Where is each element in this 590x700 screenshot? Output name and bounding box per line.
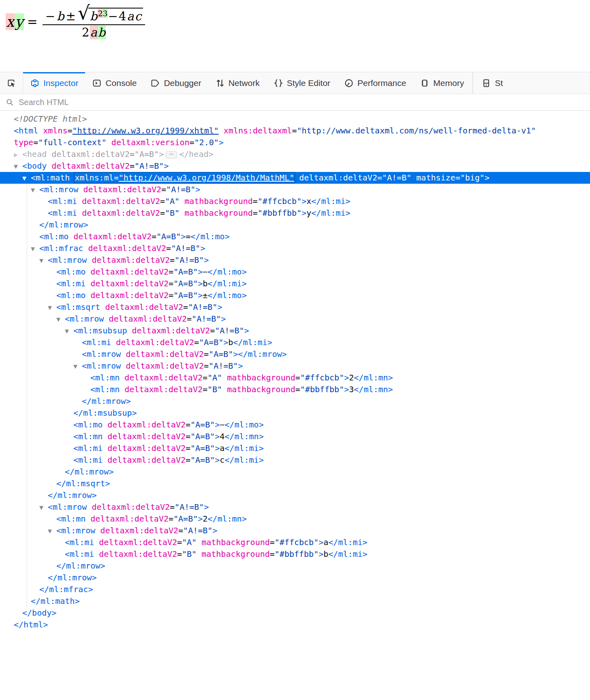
markup-view: <!DOCTYPE html><html xmlns="http://www.w… bbox=[0, 111, 590, 631]
formula-denominator: 2ab bbox=[81, 25, 106, 39]
markup-row-ml:mn[interactable]: <ml:mn deltaxml:deltaV2="A=B">2</ml:mn> bbox=[0, 513, 590, 525]
markup-row-doctype[interactable]: <!DOCTYPE html> bbox=[0, 113, 590, 125]
devtools-toolbar: InspectorConsoleDebuggerNetworkStyle Edi… bbox=[0, 72, 590, 94]
expand-arrow-icon[interactable]: ▼ bbox=[73, 361, 82, 372]
markup-row-ml:mrow[interactable]: </ml:mrow> bbox=[0, 572, 590, 584]
markup-row-ml:msqrt[interactable]: ▼<ml:msqrt deltaxml:deltaV2="A!=B"> bbox=[0, 301, 590, 313]
tab-label: Inspector bbox=[43, 78, 78, 88]
tab-label: Debugger bbox=[164, 78, 201, 88]
expand-arrow-icon[interactable]: ▼ bbox=[56, 313, 65, 325]
tab-storage[interactable]: St bbox=[475, 72, 510, 94]
markup-row-ml:mi[interactable]: <ml:mi deltaxml:deltaV2="B" mathbackgrou… bbox=[0, 548, 590, 560]
markup-row-ml:mi[interactable]: <ml:mi deltaxml:deltaV2="A=B">c</ml:mi> bbox=[0, 454, 590, 466]
markup-row-ml:mrow[interactable]: ▼<ml:mrow deltaxml:deltaV2="A!=B"> bbox=[0, 360, 590, 372]
markup-row-ml:msqrt[interactable]: </ml:msqrt> bbox=[0, 478, 590, 490]
formula-token: ± bbox=[66, 9, 76, 23]
markup-row-doctype[interactable]: type="full-context" deltaxml:version="2.… bbox=[0, 137, 590, 148]
storage-icon bbox=[481, 78, 491, 88]
formula-token: − bbox=[108, 9, 118, 23]
expand-arrow-icon[interactable]: ▼ bbox=[31, 243, 39, 255]
markup-row-ml:mn[interactable]: <ml:mn deltaxml:deltaV2="B" mathbackgrou… bbox=[0, 384, 590, 395]
formula-lhs: xy bbox=[6, 13, 24, 30]
expand-arrow-icon[interactable]: ▼ bbox=[48, 302, 56, 313]
formula-token: a bbox=[90, 26, 98, 39]
markup-row-ml:msubsup[interactable]: ▼<ml:msubsup deltaxml:deltaV2="A!=B"> bbox=[0, 325, 590, 337]
markup-row-ml:mrow[interactable]: </ml:mrow> bbox=[0, 560, 590, 572]
formula-superscript: 23 bbox=[98, 9, 107, 18]
tab-debugger[interactable]: Debugger bbox=[143, 72, 208, 94]
markup-row-ml:mrow[interactable]: </ml:mrow> bbox=[0, 466, 590, 478]
expand-arrow-icon[interactable]: ▼ bbox=[31, 184, 39, 196]
markup-rows: <!DOCTYPE html><html xmlns="http://www.w… bbox=[0, 113, 590, 631]
markup-row-html[interactable]: <html xmlns="http://www.w3.org/1999/xhtm… bbox=[0, 125, 590, 137]
markup-row-ml:math[interactable]: ▼<ml:math xmlns:ml="http://www.w3.org/19… bbox=[0, 172, 590, 184]
formula-numerator: −b±√b23−4ac bbox=[43, 4, 145, 25]
markup-row-ml:mi[interactable]: <ml:mi deltaxml:deltaV2="A" mathbackgrou… bbox=[0, 195, 590, 207]
tab-separator bbox=[472, 72, 473, 94]
tab-network[interactable]: Network bbox=[208, 72, 267, 94]
search-input[interactable] bbox=[18, 97, 585, 107]
tab-label: Style Editor bbox=[287, 78, 330, 88]
node-picker-button[interactable] bbox=[0, 72, 23, 94]
markup-row-ml:mrow[interactable]: ▼<ml:mrow deltaxml:deltaV2="A!=B"> bbox=[0, 184, 590, 195]
network-icon bbox=[215, 78, 225, 88]
markup-row-ml:mi[interactable]: <ml:mi deltaxml:deltaV2="A=B">b</ml:mi> bbox=[0, 278, 590, 290]
formula-radicand: b23−4ac bbox=[88, 8, 143, 23]
markup-row-ml:mo[interactable]: <ml:mo deltaxml:deltaV2="A=B">=</ml:mo> bbox=[0, 231, 590, 243]
markup-row-ml:mrow[interactable]: ▼<ml:mrow deltaxml:deltaV2="A!=B"> bbox=[0, 525, 590, 537]
tab-console[interactable]: Console bbox=[85, 72, 143, 94]
expand-arrow-icon[interactable]: ▼ bbox=[48, 525, 56, 537]
expand-arrow-icon[interactable]: ▼ bbox=[14, 161, 22, 172]
markup-row-ml:mrow[interactable]: ▼<ml:mrow deltaxml:deltaV2="A!=B"> bbox=[0, 254, 590, 266]
markup-row-ml:math[interactable]: </ml:math> bbox=[0, 595, 590, 607]
highlighted-attribute: xmlns:ml="http://www.w3.org/1998/Math/Ma… bbox=[75, 173, 294, 183]
markup-row-ml:mn[interactable]: <ml:mn deltaxml:deltaV2="A=B">4</ml:mn> bbox=[0, 431, 590, 442]
expand-arrow-icon[interactable]: ▼ bbox=[39, 502, 48, 513]
markup-row-ml:mrow[interactable]: </ml:mrow> bbox=[0, 490, 590, 501]
formula-token: y bbox=[15, 13, 24, 30]
performance-icon bbox=[344, 78, 354, 88]
markup-row-ml:mrow[interactable]: </ml:mrow> bbox=[0, 219, 590, 231]
tab-inspector[interactable]: Inspector bbox=[23, 72, 85, 94]
tab-memory[interactable]: Memory bbox=[413, 72, 471, 94]
markup-row-ml:mo[interactable]: <ml:mo deltaxml:deltaV2="A=B">−</ml:mo> bbox=[0, 419, 590, 431]
tab-label: St bbox=[495, 78, 503, 88]
formula-sqrt: √b23−4ac bbox=[78, 4, 143, 23]
formula-token: a bbox=[126, 9, 134, 23]
markup-row-ml:msubsup[interactable]: </ml:msubsup> bbox=[0, 407, 590, 419]
rendered-page-area: xy = −b±√b23−4ac 2ab bbox=[0, 0, 590, 72]
expand-arrow-icon[interactable]: ▼ bbox=[22, 172, 31, 184]
inline-expander-button[interactable]: ⋯ bbox=[166, 151, 177, 159]
rendered-mathml-formula[interactable]: xy = −b±√b23−4ac 2ab bbox=[6, 4, 145, 39]
formula-token: b bbox=[56, 9, 65, 23]
markup-row-ml:mi[interactable]: <ml:mi deltaxml:deltaV2="B" mathbackgrou… bbox=[0, 207, 590, 219]
markup-row-ml:mo[interactable]: <ml:mo deltaxml:deltaV2="A=B">±</ml:mo> bbox=[0, 290, 590, 301]
markup-row-ml:mi[interactable]: <ml:mi deltaxml:deltaV2="A=B">b</ml:mi> bbox=[0, 337, 590, 348]
markup-row-ml:mn[interactable]: <ml:mn deltaxml:deltaV2="A" mathbackgrou… bbox=[0, 372, 590, 384]
console-icon bbox=[92, 78, 102, 88]
expand-arrow-icon[interactable]: ▶ bbox=[14, 149, 22, 161]
tab-label: Network bbox=[229, 78, 260, 88]
markup-row-ml:mrow[interactable]: </ml:mrow> bbox=[0, 395, 590, 407]
style-editor-icon bbox=[274, 78, 283, 88]
markup-row-ml:mi[interactable]: <ml:mi deltaxml:deltaV2="A" mathbackgrou… bbox=[0, 537, 590, 548]
formula-token: 2 bbox=[81, 26, 90, 39]
formula-token: 3 bbox=[103, 9, 107, 18]
expand-arrow-icon[interactable]: ▼ bbox=[39, 255, 48, 266]
expand-arrow-icon[interactable]: ▼ bbox=[65, 325, 73, 337]
markup-row-ml:mfrac[interactable]: </ml:mfrac> bbox=[0, 584, 590, 595]
indent-guide bbox=[27, 184, 27, 607]
markup-row-head[interactable]: ▶<head deltaxml:deltaV2="A=B">⋯</head> bbox=[0, 148, 590, 160]
markup-row-body[interactable]: </body> bbox=[0, 607, 590, 619]
tab-style-editor[interactable]: Style Editor bbox=[267, 72, 337, 94]
markup-row-ml:mfrac[interactable]: ▼<ml:mfrac deltaxml:deltaV2="A!=B"> bbox=[0, 243, 590, 254]
markup-row-ml:mrow[interactable]: ▼<ml:mrow deltaxml:deltaV2="A!=B"> bbox=[0, 313, 590, 325]
markup-row-ml:mo[interactable]: <ml:mo deltaxml:deltaV2="A=B">−</ml:mo> bbox=[0, 266, 590, 278]
markup-row-ml:mrow[interactable]: ▼<ml:mrow deltaxml:deltaV2="A!=B"> bbox=[0, 501, 590, 513]
markup-row-html[interactable]: </html> bbox=[0, 619, 590, 631]
tab-performance[interactable]: Performance bbox=[337, 72, 413, 94]
formula-numerator-prefix: −b± bbox=[45, 9, 77, 23]
markup-row-ml:mi[interactable]: <ml:mi deltaxml:deltaV2="A=B">a</ml:mi> bbox=[0, 442, 590, 454]
markup-row-ml:mrow[interactable]: <ml:mrow deltaxml:deltaV2="A=B"></ml:mro… bbox=[0, 348, 590, 360]
markup-row-body[interactable]: ▼<body deltaxml:deltaV2="A!=B"> bbox=[0, 160, 590, 172]
